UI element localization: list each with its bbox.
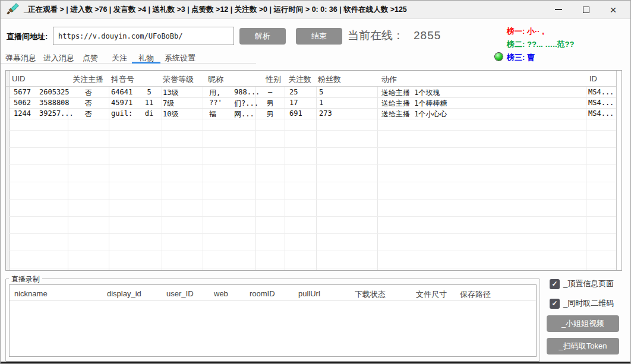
app-window: _正在观看 > | 进入数 >76 | 发言数 >4 | 送礼数 >3 | 点赞… (0, 0, 631, 364)
title-bar: _正在观看 > | 进入数 >76 | 发言数 >4 | 送礼数 >3 | 点赞… (1, 1, 630, 19)
tab-danmu-message[interactable]: 弹幕消息 (5, 53, 36, 64)
green-ball-icon (495, 53, 503, 61)
rcol-pull-url: pullUrl (298, 289, 320, 298)
gift-table: UID 关注主播 抖音号 荣誉等级 昵称 性别 关注数 粉丝数 动作 ID 56… (5, 70, 622, 271)
room-url-label: 直播间地址: (7, 31, 48, 42)
window-bottom-edge (1, 362, 630, 363)
pin-info-option: ✓ _顶置信息页面 (550, 278, 614, 289)
window-controls: × (545, 1, 627, 18)
end-button[interactable]: 结束 (296, 28, 342, 45)
scan-token-button[interactable]: _扫码取Token (547, 338, 619, 354)
col-honor-level: 荣誉等级 (163, 74, 194, 85)
pin-info-checkbox[interactable]: ✓ (550, 279, 560, 289)
minimize-button[interactable] (545, 1, 572, 18)
diamond-sword-icon (6, 3, 19, 16)
col-gender: 性别 (266, 74, 281, 85)
table-row[interactable]: 50623588808 否 4597111 7级 ??'们?... 男 17 1… (10, 97, 616, 109)
parse-button[interactable]: 解析 (239, 28, 286, 45)
online-count: 2855 (414, 29, 441, 42)
rcol-save-path: 保存路径 (460, 289, 491, 300)
pin-info-label: _顶置信息页面 (563, 278, 614, 289)
rcol-user-id: user_ID (166, 289, 194, 298)
tab-enter-message[interactable]: 进入消息 (43, 53, 74, 64)
rcol-web: web (214, 289, 228, 298)
rcol-nickname: nickname (14, 289, 48, 298)
col-followed: 关注主播 (72, 74, 103, 85)
qr-option: ✓ _同时取二维码 (550, 298, 614, 309)
close-button[interactable]: × (600, 1, 627, 18)
maximize-icon (583, 7, 589, 13)
rank-1-label: 榜一: 小·· , (507, 26, 544, 37)
tab-system-settings[interactable]: 系统设置 (165, 53, 195, 64)
tab-like[interactable]: 点赞 (83, 53, 98, 64)
rcol-display-id: display_id (107, 289, 141, 298)
record-legend: 直播录制 (9, 274, 42, 284)
col-douyin-id: 抖音号 (111, 74, 134, 85)
active-tab-underline (132, 62, 160, 64)
record-table: nickname display_id user_ID web roomID p… (9, 284, 537, 357)
col-follow-count: 关注数 (288, 74, 311, 85)
tab-follow[interactable]: 关注 (112, 53, 127, 64)
col-uid: UID (12, 74, 25, 83)
rcol-file-size: 文件尺寸 (416, 289, 447, 300)
rcol-room-id: roomID (250, 289, 275, 298)
record-header-separator (10, 300, 536, 301)
close-icon: × (610, 4, 616, 15)
online-label: 当前在线： (348, 29, 404, 42)
rcol-download-status: 下载状态 (355, 289, 386, 300)
rank-2-label: 榜二: ??... …..范?? (507, 39, 574, 50)
maximize-button[interactable] (572, 1, 600, 18)
minimize-icon (555, 9, 562, 10)
tabs-baseline (1, 63, 256, 64)
girl-video-button[interactable]: _小姐姐视频 (547, 315, 619, 332)
online-counter: 当前在线：2855 (348, 28, 441, 43)
table-row[interactable]: 124439257... 否 guil:di 10级 福网... 男 691 2… (10, 108, 616, 119)
window-title: _正在观看 > | 进入数 >76 | 发言数 >4 | 送礼数 >3 | 点赞… (24, 5, 407, 15)
col-fan-count: 粉丝数 (318, 74, 341, 85)
col-id: ID (589, 74, 597, 83)
col-nickname: 昵称 (208, 74, 223, 85)
col-action: 动作 (381, 74, 397, 85)
room-url-input[interactable] (53, 27, 234, 45)
qr-checkbox[interactable]: ✓ (550, 299, 560, 309)
qr-label: _同时取二维码 (563, 298, 614, 309)
scrollbar-track[interactable] (616, 71, 617, 270)
rank-3-label: 榜三: 曺 (507, 52, 535, 63)
table-row[interactable]: 56772605325 否 646415 13级 用,988... – 25 5… (10, 87, 616, 98)
empty-grid-rows (9, 119, 616, 270)
